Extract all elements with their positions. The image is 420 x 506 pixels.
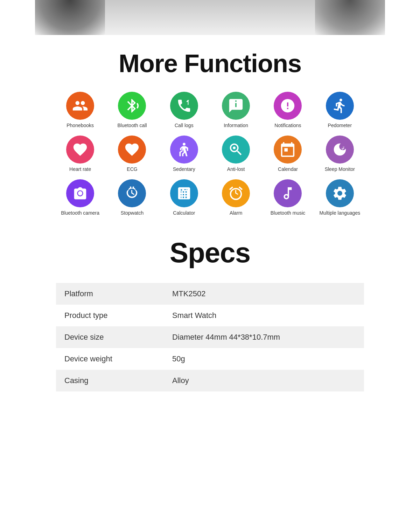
- spec-value-product-type: Smart Watch: [164, 305, 364, 326]
- ecg-label: ECG: [127, 166, 137, 172]
- icon-item-call-logs: Call logs: [160, 92, 208, 129]
- phonebooks-label: Phonebooks: [66, 123, 94, 129]
- sleep-monitor-icon: zz: [326, 136, 354, 164]
- svg-point-0: [183, 143, 186, 146]
- spec-label-casing: Casing: [56, 370, 164, 391]
- spec-value-device-weight: 50g: [164, 348, 364, 370]
- alarm-label: Alarm: [230, 210, 243, 216]
- stopwatch-label: Stopwatch: [121, 210, 144, 216]
- notifications-icon: [274, 92, 302, 120]
- spec-label-product-type: Product type: [56, 305, 164, 326]
- svg-text:z: z: [342, 145, 344, 150]
- icon-item-phonebooks: Phonebooks: [56, 92, 104, 129]
- calculator-label: Calculator: [173, 210, 195, 216]
- table-row: Device size Diameter 44mm 44*38*10.7mm: [56, 326, 364, 348]
- specs-title: Specs: [56, 237, 364, 269]
- specs-section: Specs Platform MTK2502 Product type Smar…: [35, 230, 385, 406]
- multiple-languages-icon: [326, 179, 354, 207]
- bluetooth-camera-icon: [66, 179, 94, 207]
- more-functions-section: More Functions Phonebooks Bluetooth call…: [35, 35, 385, 230]
- notifications-label: Notifications: [274, 123, 301, 129]
- spec-value-device-size: Diameter 44mm 44*38*10.7mm: [164, 326, 364, 348]
- bluetooth-call-label: Bluetooth call: [117, 123, 147, 129]
- spec-label-platform: Platform: [56, 283, 164, 305]
- icon-item-calculator: Calculator: [160, 179, 208, 216]
- icon-item-calendar: Calendar: [264, 136, 312, 172]
- table-row: Platform MTK2502: [56, 283, 364, 305]
- svg-point-1: [233, 146, 236, 149]
- specs-table: Platform MTK2502 Product type Smart Watc…: [56, 283, 364, 391]
- bluetooth-music-icon: [274, 179, 302, 207]
- icon-item-anti-lost: Anti-lost: [212, 136, 260, 172]
- hero-image: [35, 0, 385, 35]
- icon-item-sleep-monitor: zz Sleep Monitor: [316, 136, 364, 172]
- heart-rate-icon: [66, 136, 94, 164]
- spec-label-device-weight: Device weight: [56, 348, 164, 370]
- heart-rate-label: Heart rate: [69, 166, 91, 172]
- sleep-monitor-label: Sleep Monitor: [325, 166, 355, 172]
- table-row: Product type Smart Watch: [56, 305, 364, 326]
- ecg-icon: [118, 136, 146, 164]
- sedentary-icon: [170, 136, 198, 164]
- call-logs-label: Call logs: [175, 123, 194, 129]
- icon-item-information: Information: [212, 92, 260, 129]
- phonebooks-icon: [66, 92, 94, 120]
- alarm-icon: [222, 179, 250, 207]
- stopwatch-icon: [118, 179, 146, 207]
- anti-lost-label: Anti-lost: [227, 166, 245, 172]
- bluetooth-call-icon: [118, 92, 146, 120]
- icon-item-multiple-languages: Multiple languages: [316, 179, 364, 216]
- anti-lost-icon: [222, 136, 250, 164]
- icon-item-heart-rate: Heart rate: [56, 136, 104, 172]
- functions-grid: Phonebooks Bluetooth call Call logs Info…: [56, 92, 364, 216]
- more-functions-title: More Functions: [56, 49, 364, 78]
- spec-label-device-size: Device size: [56, 326, 164, 348]
- information-icon: [222, 92, 250, 120]
- pedometer-icon: [326, 92, 354, 120]
- bluetooth-camera-label: Bluetooth camera: [61, 210, 99, 216]
- calculator-icon: [170, 179, 198, 207]
- information-label: Information: [224, 123, 248, 129]
- sedentary-label: Sedentary: [173, 166, 195, 172]
- icon-item-ecg: ECG: [108, 136, 156, 172]
- spec-value-platform: MTK2502: [164, 283, 364, 305]
- icon-item-pedometer: Pedometer: [316, 92, 364, 129]
- icon-item-bluetooth-music: Bluetooth music: [264, 179, 312, 216]
- calendar-icon: [274, 136, 302, 164]
- table-row: Casing Alloy: [56, 370, 364, 391]
- icon-item-notifications: Notifications: [264, 92, 312, 129]
- pedometer-label: Pedometer: [328, 123, 352, 129]
- bluetooth-music-label: Bluetooth music: [271, 210, 306, 216]
- icon-item-bluetooth-camera: Bluetooth camera: [56, 179, 104, 216]
- icon-item-alarm: Alarm: [212, 179, 260, 216]
- table-row: Device weight 50g: [56, 348, 364, 370]
- call-logs-icon: [170, 92, 198, 120]
- icon-item-stopwatch: Stopwatch: [108, 179, 156, 216]
- spec-value-casing: Alloy: [164, 370, 364, 391]
- icon-item-sedentary: Sedentary: [160, 136, 208, 172]
- calendar-label: Calendar: [278, 166, 298, 172]
- multiple-languages-label: Multiple languages: [319, 210, 360, 216]
- icon-item-bluetooth-call: Bluetooth call: [108, 92, 156, 129]
